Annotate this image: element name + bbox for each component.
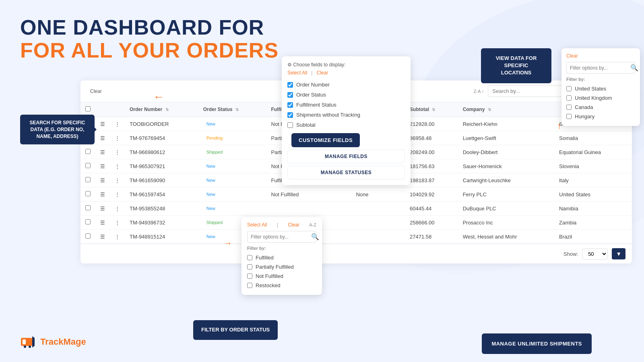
header-company: Company ⇅ [458, 102, 554, 117]
customize-fields-button[interactable]: CUSTOMIZE FIELDS [291, 133, 360, 147]
dots-icon: ⋮ [115, 163, 120, 169]
right-filter-option: Hungary [566, 112, 635, 121]
manage-statuses-button[interactable]: MANAGE STATUSES [287, 166, 405, 179]
row-checkbox[interactable] [85, 219, 91, 224]
manage-fields-button[interactable]: MANAGE FIELDS [287, 150, 405, 163]
dots-icon: ⋮ [115, 135, 120, 141]
manage-unlimited-button[interactable]: MANAGE UNLIMITED SHIPMENTS [482, 333, 592, 354]
fields-container: Order NumberOrder StatusFulfillment Stat… [287, 80, 405, 130]
row-order-number: TM-961597454 [125, 187, 198, 202]
row-order-status: Shipped [198, 145, 266, 159]
field-checkbox[interactable] [287, 102, 293, 108]
right-filter-checkbox[interactable] [566, 114, 572, 119]
filter-clear[interactable]: Clear [288, 222, 299, 228]
filter-icon-company[interactable]: ⇅ [488, 107, 491, 112]
search-tooltip: SEARCH FOR SPECIFIC DATA (E.G. ORDER NO,… [20, 115, 95, 144]
row-company: Sauer-Homenick [458, 159, 554, 173]
filter-option-checkbox[interactable] [247, 283, 252, 288]
row-checkbox[interactable] [85, 177, 91, 182]
order-icon: ☰ [100, 121, 105, 127]
dots-icon: ⋮ [115, 177, 120, 183]
row-dots-cell: ⋮ [110, 117, 125, 131]
row-checkbox-cell [80, 187, 95, 202]
clear-button[interactable]: Clear [87, 87, 105, 96]
row-checkbox[interactable] [85, 149, 91, 154]
row-icon-cell: ☰ [95, 202, 110, 216]
row-dots-cell: ⋮ [110, 159, 125, 173]
row-subtotal: 198183.87 [405, 173, 458, 187]
logo: TrackMage [20, 334, 86, 350]
filter-search-input[interactable] [251, 234, 311, 240]
row-checkbox-cell [80, 216, 95, 230]
filter-option: Fulfilled [247, 253, 316, 262]
order-icon: ☰ [100, 163, 105, 169]
right-panel-search-input[interactable] [570, 65, 630, 71]
row-order-status: New [198, 187, 266, 202]
dots-icon: ⋮ [115, 206, 120, 212]
svg-point-6 [24, 346, 26, 348]
filter-option-label: Fulfilled [256, 255, 274, 261]
right-panel-filter-label: Filter by: [566, 77, 635, 82]
right-filter-panel: Clear 🔍 Filter by: United StatesUnited K… [561, 48, 640, 126]
field-label: Order Status [296, 92, 326, 98]
filter-option-checkbox[interactable] [247, 255, 252, 260]
row-icon-cell: ☰ [95, 145, 110, 159]
row-dots-cell: ⋮ [110, 230, 125, 244]
filter-option: Not Fulfilled [247, 272, 316, 281]
filter-order-status-button[interactable]: FILTER BY ORDER STATUS [193, 320, 278, 340]
right-filter-checkbox[interactable] [566, 105, 572, 110]
filter-search-icon: 🔍 [311, 233, 319, 241]
panel-header: ⚙ Choose fields to display: [287, 62, 405, 68]
row-order-status: New [198, 159, 266, 173]
header-order-number: Order Number ⇅ [125, 102, 198, 117]
filter-options-container: FulfilledPartially FulfilledNot Fulfille… [247, 253, 316, 290]
dots-icon: ⋮ [115, 234, 120, 240]
row-company: Prosacco Inc [458, 216, 554, 230]
filter-icon[interactable]: ⇅ [165, 107, 169, 112]
row-checkbox-cell [80, 145, 95, 159]
field-checkbox[interactable] [287, 112, 293, 118]
row-dots-cell: ⋮ [110, 131, 125, 145]
right-panel-clear[interactable]: Clear [566, 53, 578, 59]
logo-icon [20, 334, 36, 350]
row-checkbox[interactable] [85, 163, 91, 168]
row-company: Dooley-Dibbert [458, 145, 554, 159]
field-checkbox[interactable] [287, 82, 293, 88]
search-input[interactable] [492, 88, 564, 94]
filter-select-all[interactable]: Select All [247, 222, 267, 228]
row-country: Brazil [554, 230, 632, 244]
right-filter-option: United States [566, 84, 635, 93]
row-order-status: New [198, 202, 266, 216]
select-all-checkbox[interactable] [85, 106, 91, 111]
order-icon: ☰ [100, 191, 105, 197]
filter-option-checkbox[interactable] [247, 264, 252, 269]
row-tracking [351, 202, 405, 216]
row-checkbox[interactable] [85, 205, 91, 210]
view-data-button[interactable]: VIEW DATA FOR SPECIFIC LOCATIONS [481, 48, 551, 83]
panel-select-all[interactable]: Select All [287, 70, 307, 76]
filter-icon-subtotal[interactable]: ⇅ [432, 107, 435, 112]
filter-search-wrap: 🔍 [247, 231, 316, 243]
show-select[interactable]: 50 100 [582, 249, 608, 259]
right-filter-checkbox[interactable] [566, 95, 572, 101]
row-country: Slovenia [554, 159, 632, 173]
row-order-number: TM-965307921 [125, 159, 198, 173]
right-filter-checkbox[interactable] [566, 86, 572, 91]
filter-option-checkbox[interactable] [247, 274, 252, 279]
headline-line2: FOR ALL YOUR ORDERS [20, 39, 279, 62]
right-panel-search-icon: 🔍 [630, 64, 638, 72]
row-order-number: TM-953855248 [125, 202, 198, 216]
show-dropdown-button[interactable]: ▼ [612, 248, 625, 259]
field-checkbox[interactable] [287, 92, 293, 98]
field-item: Fulfillment Status [287, 100, 405, 110]
field-label: Subtotal [296, 122, 316, 128]
row-checkbox[interactable] [85, 233, 91, 239]
row-dots-cell: ⋮ [110, 145, 125, 159]
panel-clear[interactable]: Clear [316, 70, 328, 76]
row-company: Reichert-Kiehn [458, 117, 554, 131]
row-checkbox[interactable] [85, 191, 91, 196]
row-order-number: TM-949396732 [125, 216, 198, 230]
row-country: Zambia [554, 216, 632, 230]
filter-icon-status[interactable]: ⇅ [235, 107, 239, 112]
field-checkbox[interactable] [287, 122, 293, 128]
